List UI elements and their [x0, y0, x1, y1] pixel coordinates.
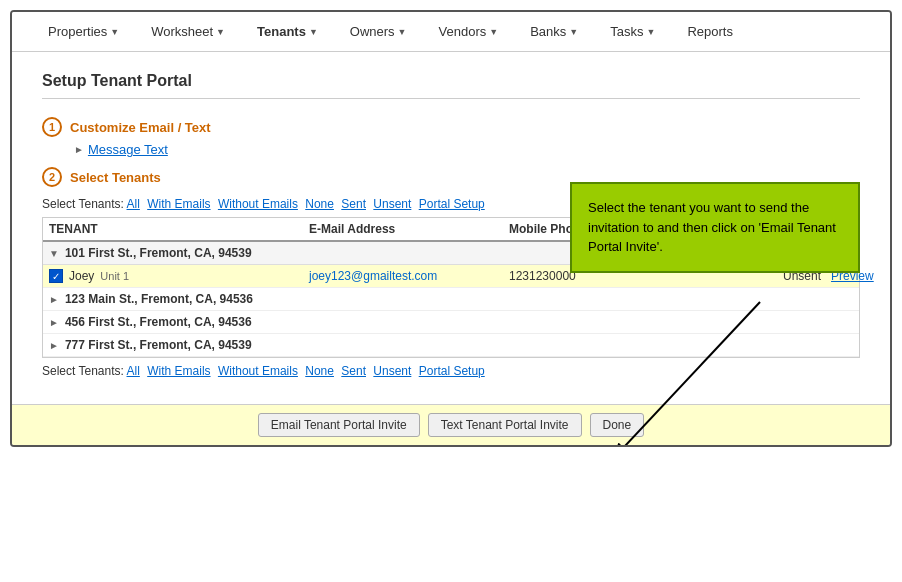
property-name-1: 101 First St., Fremont, CA, 94539: [65, 246, 252, 260]
property-name-4: 777 First St., Fremont, CA, 94539: [65, 338, 252, 352]
select-tenants-label: Select Tenants:: [42, 197, 124, 211]
nav-tenants[interactable]: Tenants ▼: [251, 20, 324, 43]
property-chevron-1: ▼: [49, 248, 59, 259]
nav-tasks-chevron: ▼: [646, 27, 655, 37]
filter-none-bottom[interactable]: None: [305, 364, 334, 378]
filter-portal-setup[interactable]: Portal Setup: [419, 197, 485, 211]
filter-sent-bottom[interactable]: Sent: [341, 364, 366, 378]
nav-reports-label: Reports: [687, 24, 733, 39]
page-title: Setup Tenant Portal: [42, 72, 860, 99]
done-button[interactable]: Done: [590, 413, 645, 437]
filter-all[interactable]: All: [127, 197, 140, 211]
nav-properties-chevron: ▼: [110, 27, 119, 37]
step-1-num: 1: [42, 117, 62, 137]
message-text-link[interactable]: Message Text: [88, 142, 168, 157]
nav-worksheet-chevron: ▼: [216, 27, 225, 37]
filter-all-bottom[interactable]: All: [127, 364, 140, 378]
property-row-4[interactable]: ► 777 First St., Fremont, CA, 94539: [43, 334, 859, 357]
tooltip-text: Select the tenant you want to send the i…: [588, 200, 836, 254]
nav-bar: Properties ▼ Worksheet ▼ Tenants ▼ Owner…: [12, 12, 890, 52]
nav-vendors-label: Vendors: [439, 24, 487, 39]
text-tenant-portal-invite-button[interactable]: Text Tenant Portal Invite: [428, 413, 582, 437]
property-row-2[interactable]: ► 123 Main St., Fremont, CA, 94536: [43, 288, 859, 311]
tenant-unit-1: Unit 1: [100, 270, 129, 282]
nav-banks[interactable]: Banks ▼: [524, 20, 584, 43]
filter-with-emails-bottom[interactable]: With Emails: [147, 364, 210, 378]
nav-vendors-chevron: ▼: [489, 27, 498, 37]
main-content: Select the tenant you want to send the i…: [12, 52, 890, 404]
property-name-2: 123 Main St., Fremont, CA, 94536: [65, 292, 253, 306]
nav-banks-chevron: ▼: [569, 27, 578, 37]
filter-unsent-bottom[interactable]: Unsent: [373, 364, 411, 378]
nav-banks-label: Banks: [530, 24, 566, 39]
filter-without-emails-bottom[interactable]: Without Emails: [218, 364, 298, 378]
nav-properties[interactable]: Properties ▼: [42, 20, 125, 43]
message-text-link-container: ► Message Text: [74, 142, 860, 157]
message-text-arrow: ►: [74, 144, 84, 155]
select-tenants-label-bottom: Select Tenants:: [42, 364, 124, 378]
select-tenants-bar-bottom: Select Tenants: All With Emails Without …: [42, 364, 860, 378]
step-1-header: 1 Customize Email / Text: [42, 117, 860, 137]
step-1: 1 Customize Email / Text ► Message Text: [42, 117, 860, 157]
filter-portal-setup-bottom[interactable]: Portal Setup: [419, 364, 485, 378]
step-2-num: 2: [42, 167, 62, 187]
col-tenant: TENANT: [49, 222, 309, 236]
filter-sent[interactable]: Sent: [341, 197, 366, 211]
nav-tenants-label: Tenants: [257, 24, 306, 39]
property-chevron-3: ►: [49, 317, 59, 328]
nav-tenants-chevron: ▼: [309, 27, 318, 37]
col-email: E-Mail Address: [309, 222, 509, 236]
tenant-cell-1: ✓ Joey Unit 1: [49, 269, 309, 283]
nav-owners-chevron: ▼: [398, 27, 407, 37]
tenant-name-1: Joey: [69, 269, 94, 283]
tenant-email-1: joey123@gmailtest.com: [309, 269, 509, 283]
nav-owners-label: Owners: [350, 24, 395, 39]
filter-with-emails[interactable]: With Emails: [147, 197, 210, 211]
filter-none[interactable]: None: [305, 197, 334, 211]
property-name-3: 456 First St., Fremont, CA, 94536: [65, 315, 252, 329]
email-tenant-portal-invite-button[interactable]: Email Tenant Portal Invite: [258, 413, 420, 437]
property-chevron-2: ►: [49, 294, 59, 305]
filter-unsent[interactable]: Unsent: [373, 197, 411, 211]
tooltip-box: Select the tenant you want to send the i…: [570, 182, 860, 273]
nav-vendors[interactable]: Vendors ▼: [433, 20, 505, 43]
nav-worksheet[interactable]: Worksheet ▼: [145, 20, 231, 43]
tenant-checkbox-1[interactable]: ✓: [49, 269, 63, 283]
step-1-label: Customize Email / Text: [70, 120, 211, 135]
nav-reports[interactable]: Reports: [681, 20, 739, 43]
bottom-action-bar: Email Tenant Portal Invite Text Tenant P…: [12, 404, 890, 445]
step-2-label: Select Tenants: [70, 170, 161, 185]
nav-worksheet-label: Worksheet: [151, 24, 213, 39]
nav-tasks[interactable]: Tasks ▼: [604, 20, 661, 43]
property-chevron-4: ►: [49, 340, 59, 351]
property-row-3[interactable]: ► 456 First St., Fremont, CA, 94536: [43, 311, 859, 334]
nav-tasks-label: Tasks: [610, 24, 643, 39]
nav-owners[interactable]: Owners ▼: [344, 20, 413, 43]
nav-properties-label: Properties: [48, 24, 107, 39]
filter-without-emails[interactable]: Without Emails: [218, 197, 298, 211]
